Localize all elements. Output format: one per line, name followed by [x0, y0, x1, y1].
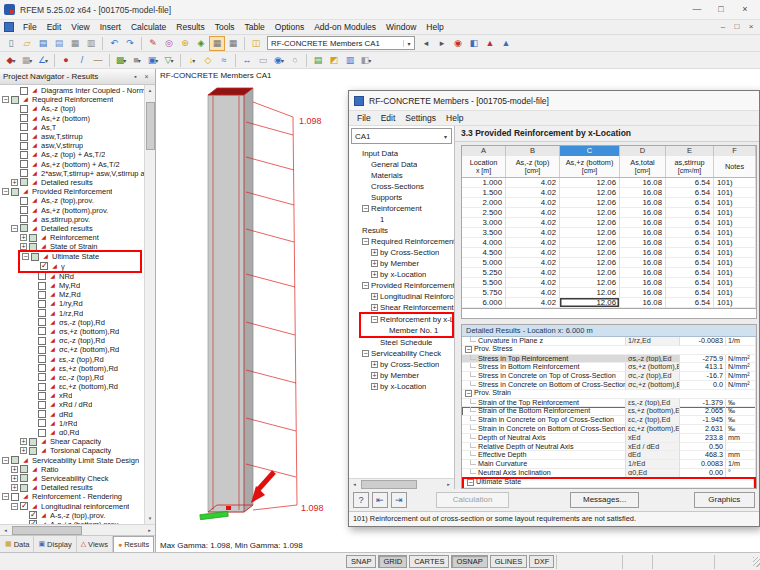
table-row[interactable]: 1.5004.0212.0616.086.54101) — [462, 188, 756, 198]
tree-item-2-asw-t-stirrup-asw-v-stirrup-a-sw-v-sti[interactable]: ◢2*asw,T,stirrup+ asw,V,stirrup a-sw,V,s… — [0, 169, 144, 178]
tree-item-asw-v-stirrup[interactable]: ◢asw,V,stirrup — [0, 141, 144, 150]
column-header-as-z-bottom[interactable]: As,+z (bottom)[cm²] — [560, 156, 620, 177]
dialog-titlebar[interactable]: RF-CONCRETE Members - [001705-model-file… — [349, 91, 759, 111]
check-icon[interactable]: ◈ — [193, 36, 209, 51]
checkbox-unchecked[interactable] — [38, 429, 46, 437]
menu-table[interactable]: Table — [240, 20, 270, 34]
dialog-nav-horizontal-scrollbar[interactable]: ◂ ▸ — [349, 478, 454, 489]
undo-icon[interactable]: ↶ — [106, 36, 122, 51]
opening-tool-icon[interactable]: ▣▾ — [145, 53, 161, 68]
menu-edit[interactable]: Edit — [42, 20, 67, 34]
panel-colors-icon[interactable]: ◩ — [326, 53, 342, 68]
column-letter-a[interactable]: A — [462, 146, 506, 156]
column-letter-e[interactable]: E — [666, 146, 714, 156]
expand-icon[interactable]: + — [11, 179, 18, 186]
table-cell[interactable]: 6.54 — [666, 228, 714, 238]
tree-item-serviceability-limit-state-design[interactable]: −◢Serviceability Limit State Design — [0, 456, 144, 465]
table-cell[interactable]: 101) — [714, 188, 756, 198]
expand-icon[interactable]: + — [20, 447, 27, 454]
tree-item-1-ry-rd[interactable]: ◢1/ry,Rd — [0, 299, 144, 308]
checkbox-partial[interactable] — [29, 438, 37, 446]
toggle-glines[interactable]: GLINES — [490, 555, 528, 568]
print-preview-icon[interactable]: ▥ — [83, 36, 99, 51]
dialog-nav-by-member[interactable]: +by Member — [349, 258, 454, 269]
checkbox-checked[interactable] — [20, 502, 28, 510]
checkbox-unchecked[interactable] — [38, 346, 46, 354]
jump-next-table-button[interactable]: ⇥ — [391, 492, 407, 508]
table-cell[interactable]: 16.08 — [620, 258, 666, 268]
expand-icon[interactable]: + — [20, 438, 27, 445]
dialog-nav-by-cross-section[interactable]: +by Cross-Section — [349, 359, 454, 370]
table-cell[interactable]: 101) — [714, 278, 756, 288]
tree-item-as-stirrup-prov[interactable]: ◢as,stirrup,prov. — [0, 215, 144, 224]
table-row[interactable]: 3.5004.0212.0616.086.54101) — [462, 228, 756, 238]
checkbox-partial[interactable] — [29, 447, 37, 455]
grid-icon[interactable]: ▦▾ — [19, 53, 35, 68]
table-cell[interactable]: 16.08 — [620, 198, 666, 208]
collapse-icon[interactable]: − — [2, 96, 9, 103]
table-cell[interactable]: 4.02 — [506, 298, 560, 308]
table-cell[interactable]: 101) — [714, 218, 756, 228]
calculation-button[interactable]: Calculation — [436, 492, 510, 508]
case-next-icon[interactable]: ▸ — [434, 36, 450, 51]
tree-item-mz-rd[interactable]: ◢Mz,Rd — [0, 290, 144, 299]
table-cell[interactable]: 5.250 — [462, 268, 506, 278]
collapse-icon[interactable]: − — [465, 390, 472, 397]
dialog-nav-materials[interactable]: Materials — [349, 170, 454, 181]
expand-icon[interactable]: + — [371, 260, 378, 267]
table-cell[interactable]: 101) — [714, 268, 756, 278]
checkbox-unchecked[interactable] — [20, 215, 28, 223]
table-cell[interactable]: 12.06 — [560, 178, 620, 188]
panel-tab-display[interactable]: ▣Display — [34, 536, 76, 552]
tree-item-1-rrd[interactable]: ◢1/rRd — [0, 419, 144, 428]
expand-icon[interactable]: + — [11, 484, 18, 491]
detail-row-strain-in-concrete-on-top-of-cross-section[interactable]: Strain in Concrete on Top of Cross-Secti… — [462, 416, 756, 425]
checkbox-unchecked[interactable] — [38, 272, 46, 280]
table-cell[interactable]: 4.500 — [462, 248, 506, 258]
table-cell[interactable]: 5.000 — [462, 258, 506, 268]
checkbox-checked[interactable] — [29, 511, 37, 519]
table-cell[interactable]: 16.08 — [620, 278, 666, 288]
table-cell[interactable]: 4.02 — [506, 268, 560, 278]
tree-item-c-z-top-rd[interactable]: ◢εc,-z (top),Rd — [0, 373, 144, 382]
checkbox-unchecked[interactable] — [20, 114, 28, 122]
checkbox-unchecked[interactable] — [20, 133, 28, 141]
menu-add-on-modules[interactable]: Add-on Modules — [309, 20, 381, 34]
table-cell[interactable]: 12.06 — [560, 288, 620, 298]
column-letter-d[interactable]: D — [620, 146, 666, 156]
dialog-nav-general-data[interactable]: General Data — [349, 159, 454, 170]
checkbox-partial[interactable] — [11, 96, 19, 104]
table-cell[interactable]: 6.54 — [666, 298, 714, 308]
table-cell[interactable]: 16.08 — [620, 288, 666, 298]
collapse-icon[interactable]: − — [11, 225, 18, 232]
checkbox-unchecked[interactable] — [20, 142, 28, 150]
close-icon[interactable]: × — [141, 73, 152, 80]
support-tool-icon[interactable]: ▽▾ — [161, 53, 177, 68]
tree-item-drd[interactable]: ◢dRd — [0, 410, 144, 419]
table-cell[interactable]: 6.54 — [666, 278, 714, 288]
redo-icon[interactable]: ↷ — [122, 36, 138, 51]
table-cell[interactable]: 12.06 — [560, 208, 620, 218]
tree-item-as-z-top-prov[interactable]: ◢As,-z (top),prov. — [0, 196, 144, 205]
table-cell[interactable]: 5.750 — [462, 288, 506, 298]
tree-item-ratio[interactable]: +◢Ratio — [0, 465, 144, 474]
scroll-down-icon[interactable]: ▾ — [145, 513, 156, 524]
menu-help[interactable]: Help — [421, 20, 448, 34]
table-cell[interactable]: 4.02 — [506, 278, 560, 288]
minimize-icon[interactable]: — — [686, 3, 708, 17]
table-cell[interactable]: 12.06 — [560, 198, 620, 208]
table-cell[interactable]: 101) — [714, 178, 756, 188]
table-cell[interactable]: 2.500 — [462, 208, 506, 218]
table-cell[interactable]: 101) — [714, 248, 756, 258]
save-all-icon[interactable]: ▤ — [51, 36, 67, 51]
table-cell[interactable]: 6.54 — [666, 258, 714, 268]
tree-item-longitudinal-reinforcement[interactable]: −◢Longitudinal reinforcement — [0, 501, 144, 510]
checkbox-unchecked[interactable] — [20, 87, 28, 95]
tree-item-as-z-bottom-prov[interactable]: ◢As,+z (bottom),prov. — [0, 205, 144, 214]
detail-row-strain-of-the-bottom-reinforcement[interactable]: Strain of the Bottom Reinforcementεs,+z … — [462, 407, 756, 416]
expand-icon[interactable]: + — [11, 475, 18, 482]
checkbox-partial[interactable] — [20, 224, 28, 232]
checkbox-partial[interactable] — [11, 188, 19, 196]
checkbox-unchecked[interactable] — [38, 291, 46, 299]
menu-window[interactable]: Window — [381, 20, 421, 34]
